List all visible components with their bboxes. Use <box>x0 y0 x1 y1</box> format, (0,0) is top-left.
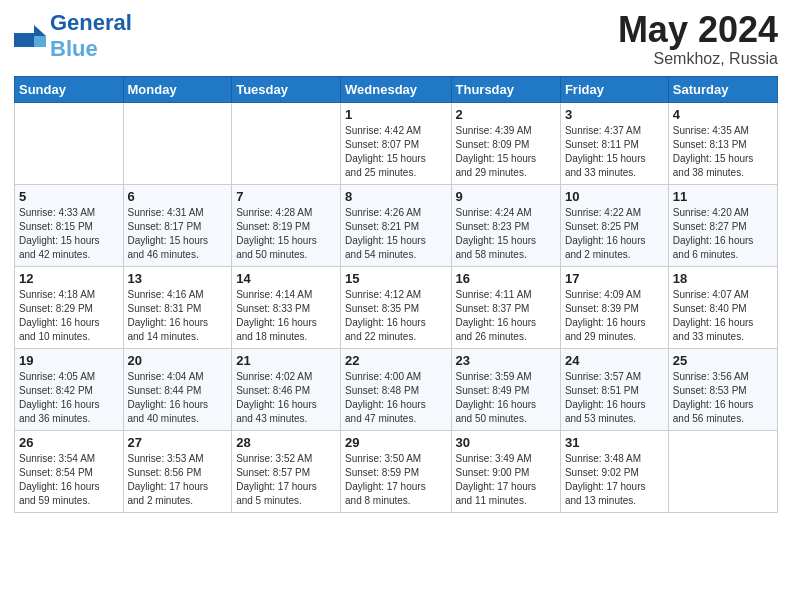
subtitle: Semkhoz, Russia <box>618 50 778 68</box>
calendar-cell: 7Sunrise: 4:28 AM Sunset: 8:19 PM Daylig… <box>232 184 341 266</box>
day-info: Sunrise: 4:04 AM Sunset: 8:44 PM Dayligh… <box>128 370 228 426</box>
day-number: 22 <box>345 353 446 368</box>
day-number: 5 <box>19 189 119 204</box>
day-info: Sunrise: 4:12 AM Sunset: 8:35 PM Dayligh… <box>345 288 446 344</box>
calendar-cell <box>232 102 341 184</box>
day-number: 1 <box>345 107 446 122</box>
calendar-week-row: 1Sunrise: 4:42 AM Sunset: 8:07 PM Daylig… <box>15 102 778 184</box>
day-info: Sunrise: 4:00 AM Sunset: 8:48 PM Dayligh… <box>345 370 446 426</box>
calendar-cell: 25Sunrise: 3:56 AM Sunset: 8:53 PM Dayli… <box>668 348 777 430</box>
day-number: 20 <box>128 353 228 368</box>
day-number: 18 <box>673 271 773 286</box>
calendar-cell: 20Sunrise: 4:04 AM Sunset: 8:44 PM Dayli… <box>123 348 232 430</box>
svg-rect-0 <box>14 33 34 47</box>
col-friday: Friday <box>560 76 668 102</box>
day-number: 8 <box>345 189 446 204</box>
col-sunday: Sunday <box>15 76 124 102</box>
calendar-cell <box>15 102 124 184</box>
col-monday: Monday <box>123 76 232 102</box>
day-info: Sunrise: 4:39 AM Sunset: 8:09 PM Dayligh… <box>456 124 556 180</box>
day-info: Sunrise: 3:54 AM Sunset: 8:54 PM Dayligh… <box>19 452 119 508</box>
calendar-cell: 1Sunrise: 4:42 AM Sunset: 8:07 PM Daylig… <box>341 102 451 184</box>
day-number: 29 <box>345 435 446 450</box>
calendar-cell: 16Sunrise: 4:11 AM Sunset: 8:37 PM Dayli… <box>451 266 560 348</box>
day-number: 16 <box>456 271 556 286</box>
title-section: May 2024 Semkhoz, Russia <box>618 10 778 68</box>
calendar-cell: 4Sunrise: 4:35 AM Sunset: 8:13 PM Daylig… <box>668 102 777 184</box>
day-number: 6 <box>128 189 228 204</box>
day-number: 25 <box>673 353 773 368</box>
calendar-cell: 8Sunrise: 4:26 AM Sunset: 8:21 PM Daylig… <box>341 184 451 266</box>
day-info: Sunrise: 3:56 AM Sunset: 8:53 PM Dayligh… <box>673 370 773 426</box>
day-number: 19 <box>19 353 119 368</box>
calendar-cell: 12Sunrise: 4:18 AM Sunset: 8:29 PM Dayli… <box>15 266 124 348</box>
calendar-week-row: 12Sunrise: 4:18 AM Sunset: 8:29 PM Dayli… <box>15 266 778 348</box>
day-info: Sunrise: 4:37 AM Sunset: 8:11 PM Dayligh… <box>565 124 664 180</box>
day-info: Sunrise: 3:59 AM Sunset: 8:49 PM Dayligh… <box>456 370 556 426</box>
calendar-cell: 11Sunrise: 4:20 AM Sunset: 8:27 PM Dayli… <box>668 184 777 266</box>
day-info: Sunrise: 4:22 AM Sunset: 8:25 PM Dayligh… <box>565 206 664 262</box>
calendar-cell: 31Sunrise: 3:48 AM Sunset: 9:02 PM Dayli… <box>560 430 668 512</box>
svg-marker-2 <box>34 36 46 47</box>
calendar-week-row: 19Sunrise: 4:05 AM Sunset: 8:42 PM Dayli… <box>15 348 778 430</box>
day-info: Sunrise: 4:05 AM Sunset: 8:42 PM Dayligh… <box>19 370 119 426</box>
main-title: May 2024 <box>618 10 778 50</box>
day-info: Sunrise: 3:49 AM Sunset: 9:00 PM Dayligh… <box>456 452 556 508</box>
calendar-cell: 5Sunrise: 4:33 AM Sunset: 8:15 PM Daylig… <box>15 184 124 266</box>
col-tuesday: Tuesday <box>232 76 341 102</box>
calendar-week-row: 26Sunrise: 3:54 AM Sunset: 8:54 PM Dayli… <box>15 430 778 512</box>
col-saturday: Saturday <box>668 76 777 102</box>
day-info: Sunrise: 3:50 AM Sunset: 8:59 PM Dayligh… <box>345 452 446 508</box>
day-number: 24 <box>565 353 664 368</box>
day-info: Sunrise: 4:24 AM Sunset: 8:23 PM Dayligh… <box>456 206 556 262</box>
day-number: 17 <box>565 271 664 286</box>
calendar-cell: 28Sunrise: 3:52 AM Sunset: 8:57 PM Dayli… <box>232 430 341 512</box>
calendar-header-row: Sunday Monday Tuesday Wednesday Thursday… <box>15 76 778 102</box>
day-info: Sunrise: 3:52 AM Sunset: 8:57 PM Dayligh… <box>236 452 336 508</box>
day-number: 9 <box>456 189 556 204</box>
day-number: 28 <box>236 435 336 450</box>
calendar-cell: 18Sunrise: 4:07 AM Sunset: 8:40 PM Dayli… <box>668 266 777 348</box>
calendar-cell: 30Sunrise: 3:49 AM Sunset: 9:00 PM Dayli… <box>451 430 560 512</box>
page: GeneralBlue May 2024 Semkhoz, Russia Sun… <box>0 0 792 612</box>
logo-text: GeneralBlue <box>50 10 132 62</box>
calendar-cell: 27Sunrise: 3:53 AM Sunset: 8:56 PM Dayli… <box>123 430 232 512</box>
day-number: 11 <box>673 189 773 204</box>
col-wednesday: Wednesday <box>341 76 451 102</box>
day-info: Sunrise: 4:02 AM Sunset: 8:46 PM Dayligh… <box>236 370 336 426</box>
day-number: 31 <box>565 435 664 450</box>
day-number: 26 <box>19 435 119 450</box>
day-number: 2 <box>456 107 556 122</box>
day-info: Sunrise: 3:48 AM Sunset: 9:02 PM Dayligh… <box>565 452 664 508</box>
calendar-cell: 22Sunrise: 4:00 AM Sunset: 8:48 PM Dayli… <box>341 348 451 430</box>
calendar-cell: 15Sunrise: 4:12 AM Sunset: 8:35 PM Dayli… <box>341 266 451 348</box>
day-info: Sunrise: 4:07 AM Sunset: 8:40 PM Dayligh… <box>673 288 773 344</box>
day-info: Sunrise: 4:16 AM Sunset: 8:31 PM Dayligh… <box>128 288 228 344</box>
day-number: 27 <box>128 435 228 450</box>
calendar-cell: 2Sunrise: 4:39 AM Sunset: 8:09 PM Daylig… <box>451 102 560 184</box>
calendar-week-row: 5Sunrise: 4:33 AM Sunset: 8:15 PM Daylig… <box>15 184 778 266</box>
day-info: Sunrise: 4:11 AM Sunset: 8:37 PM Dayligh… <box>456 288 556 344</box>
day-number: 21 <box>236 353 336 368</box>
calendar-cell: 14Sunrise: 4:14 AM Sunset: 8:33 PM Dayli… <box>232 266 341 348</box>
day-number: 30 <box>456 435 556 450</box>
day-info: Sunrise: 4:26 AM Sunset: 8:21 PM Dayligh… <box>345 206 446 262</box>
col-thursday: Thursday <box>451 76 560 102</box>
calendar-table: Sunday Monday Tuesday Wednesday Thursday… <box>14 76 778 513</box>
day-number: 14 <box>236 271 336 286</box>
day-number: 7 <box>236 189 336 204</box>
calendar-cell <box>668 430 777 512</box>
day-number: 15 <box>345 271 446 286</box>
calendar-cell: 3Sunrise: 4:37 AM Sunset: 8:11 PM Daylig… <box>560 102 668 184</box>
day-info: Sunrise: 4:33 AM Sunset: 8:15 PM Dayligh… <box>19 206 119 262</box>
day-info: Sunrise: 3:57 AM Sunset: 8:51 PM Dayligh… <box>565 370 664 426</box>
day-info: Sunrise: 4:18 AM Sunset: 8:29 PM Dayligh… <box>19 288 119 344</box>
calendar-cell: 10Sunrise: 4:22 AM Sunset: 8:25 PM Dayli… <box>560 184 668 266</box>
calendar-cell: 23Sunrise: 3:59 AM Sunset: 8:49 PM Dayli… <box>451 348 560 430</box>
day-number: 3 <box>565 107 664 122</box>
calendar-cell: 26Sunrise: 3:54 AM Sunset: 8:54 PM Dayli… <box>15 430 124 512</box>
header: GeneralBlue May 2024 Semkhoz, Russia <box>14 10 778 68</box>
day-info: Sunrise: 4:28 AM Sunset: 8:19 PM Dayligh… <box>236 206 336 262</box>
day-number: 4 <box>673 107 773 122</box>
calendar-cell: 9Sunrise: 4:24 AM Sunset: 8:23 PM Daylig… <box>451 184 560 266</box>
